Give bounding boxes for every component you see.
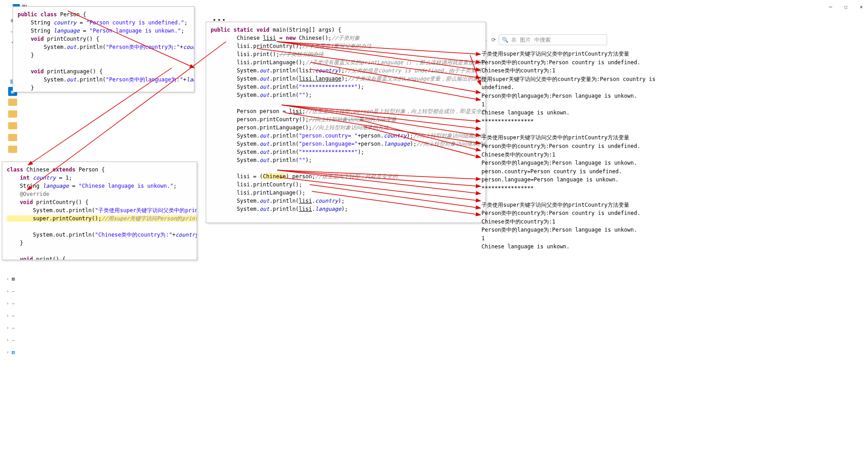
maximize-button[interactable]: ☐ <box>843 4 849 10</box>
code-text: String <box>18 28 53 34</box>
minimize-button[interactable]: — <box>827 4 834 10</box>
search-placeholder: 在 图片 中搜索 <box>511 36 550 44</box>
code-text: out <box>259 157 269 163</box>
code-text: lisi.printLanguage(); <box>211 190 306 196</box>
code-text: void <box>7 256 36 260</box>
code-text: .println( <box>269 92 299 98</box>
search-input[interactable]: 🔍 在 图片 中搜索 <box>499 34 607 45</box>
tree-item[interactable]: ›— <box>6 288 15 294</box>
tree-section: ›▦ ›— ›— ›— ›— ›— ›▥ <box>6 276 15 355</box>
code-panel-main: public static void main(String[] args) {… <box>206 22 486 223</box>
output-line: 子类使用super关键字访问父类中的printCountry方法变量 <box>481 50 667 58</box>
code-text: } <box>18 85 34 91</box>
refresh-icon[interactable]: ⟳ <box>491 37 496 43</box>
code-text: System. <box>211 206 259 212</box>
output-line: Person类中的language为:Person language is un… <box>481 159 667 167</box>
code-text: = <box>69 183 79 189</box>
output-line: person.language=Person language is unkow… <box>481 176 667 184</box>
tree-item[interactable]: ›▦ <box>6 276 15 282</box>
tree-item[interactable]: ›— <box>6 325 15 331</box>
folder-icon[interactable] <box>8 122 17 129</box>
code-text: out <box>259 133 269 139</box>
code-text: language <box>384 141 410 147</box>
code-text: //父类的值是country is undefined，由于子类重写了父类的变量… <box>344 67 486 74</box>
code-text: } <box>7 240 23 246</box>
output-line: Person类中的country为:Person country is unde… <box>481 209 667 218</box>
tree-item[interactable]: ›▥ <box>6 349 15 355</box>
close-button[interactable]: ✕ <box>858 4 864 10</box>
code-text: = <box>276 35 286 41</box>
output-line: **************** <box>481 184 667 193</box>
tree-item[interactable]: ›— <box>6 337 15 343</box>
output-line: Person类中的language为:Person language is un… <box>481 92 667 100</box>
output-line: 使用super关键字访问父类中的country变量为:Person countr… <box>481 75 667 92</box>
code-text: "Person country is undefined." <box>86 19 184 26</box>
code-text: +person. <box>358 141 384 147</box>
code-text: String <box>18 19 53 26</box>
code-text: .println( <box>269 206 299 212</box>
output-line <box>481 193 667 201</box>
tree-item[interactable]: ›— <box>6 313 15 318</box>
code-text: ; <box>173 183 176 189</box>
output-line: 1 <box>481 234 667 243</box>
code-text: ); <box>338 67 344 74</box>
output-line <box>481 125 667 133</box>
code-text: lisi <box>289 108 302 114</box>
code-text: ); <box>341 206 348 212</box>
code-text: Chinese <box>263 173 286 180</box>
code-text: .println( <box>269 141 299 147</box>
output-line: Chinese language is unkown. <box>481 242 667 251</box>
code-text: out <box>259 92 269 98</box>
code-text: ); <box>306 92 312 98</box>
code-text: System. <box>211 157 259 163</box>
code-text: "Person language is unkown." <box>90 28 181 34</box>
code-text: int <box>7 175 33 181</box>
code-text: ); <box>407 133 413 139</box>
code-text: out <box>66 44 76 50</box>
code-text: //子类独有的办法 <box>279 51 324 57</box>
code-text: "Chinese language is unkown." <box>79 183 174 189</box>
code-text: main(String[] args) { <box>273 27 341 33</box>
output-line: Person类中的country为:Person country is unde… <box>481 58 667 67</box>
code-text: "" <box>299 92 305 98</box>
output-line: Chinese类中的country为:1 <box>481 67 667 75</box>
code-text: .println( <box>269 198 299 204</box>
code-text: lisi <box>263 35 276 41</box>
code-text: //这里是向下转型，此处是安全的 <box>315 173 397 180</box>
code-text: country <box>384 133 407 139</box>
code-text: void <box>7 199 36 205</box>
code-text: //子类覆盖|重写父类的办法 <box>302 43 372 49</box>
code-text: lisi.printCountry(); <box>211 43 302 49</box>
output-line: Person类中的country为:Person country is unde… <box>481 142 667 151</box>
code-text: .println( <box>269 84 299 90</box>
folder-icon[interactable] <box>8 146 17 153</box>
code-text: ); <box>358 84 364 90</box>
code-text: lisi.language <box>299 76 341 82</box>
code-text: extends <box>52 166 79 173</box>
console-output: 子类使用super关键字访问父类中的printCountry方法变量 Perso… <box>481 50 667 251</box>
code-text: language <box>53 28 80 34</box>
code-text: country <box>315 198 338 204</box>
output-line: Person类中的language为:Person language is un… <box>481 226 667 234</box>
code-text: "Person类中的country为:" <box>106 44 180 50</box>
code-text: .println( <box>76 44 106 50</box>
code-text: country <box>315 67 338 74</box>
code-text: public static void <box>211 27 273 33</box>
code-text: //子类没有覆盖父类的printLanguage（），那么这样调用就是直接调用子… <box>306 59 486 66</box>
code-text: public class <box>18 11 60 18</box>
code-text: ); <box>358 149 364 155</box>
code-text: "Person类中的language为:" <box>106 76 183 83</box>
folder-icon[interactable] <box>8 110 17 118</box>
code-text: country <box>175 232 197 238</box>
code-text: country <box>53 19 76 26</box>
code-text: ; <box>181 28 184 34</box>
output-line: Chinese language is unkown. <box>481 109 667 117</box>
code-text: //用super关键字访问Person的printCountry方法 <box>102 215 197 222</box>
code-text: new <box>286 35 299 41</box>
code-text: .println( <box>269 157 299 163</box>
output-line: 1 <box>481 100 667 109</box>
tree-item[interactable]: ›— <box>6 300 15 306</box>
folder-icon[interactable] <box>8 134 17 141</box>
folder-icon[interactable] <box>8 99 17 106</box>
code-text: System. <box>211 133 259 139</box>
